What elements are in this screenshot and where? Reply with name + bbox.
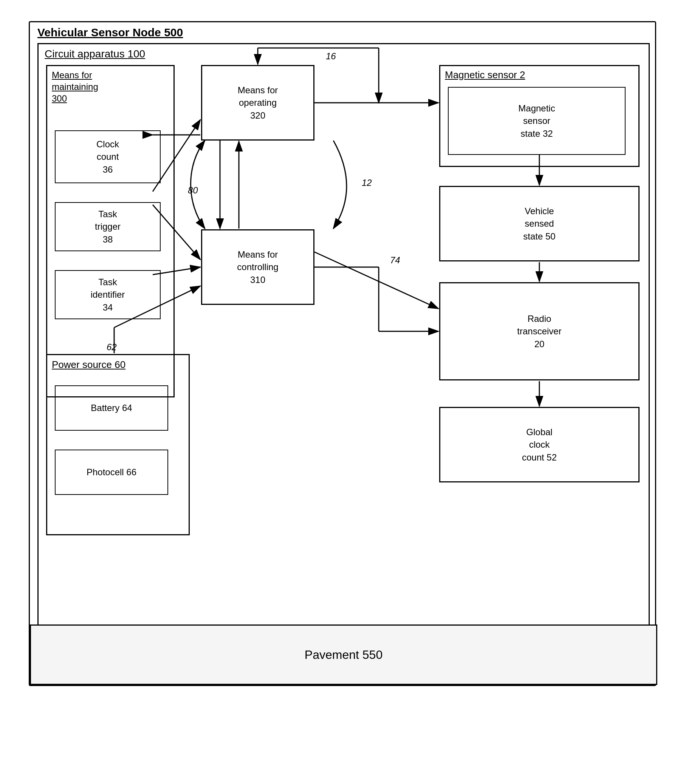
mfc-box: Means for controlling 310	[201, 229, 315, 305]
svg-text:80: 80	[188, 185, 198, 195]
svg-text:16: 16	[326, 51, 336, 61]
clock-count-box: Clock count 36	[55, 130, 161, 183]
svg-line-17	[315, 252, 438, 309]
svg-text:74: 74	[390, 255, 400, 265]
task-identifier-box: Task identifier 34	[55, 270, 161, 319]
ps-label: Power source 60	[52, 359, 125, 371]
photocell-box: Photocell 66	[55, 449, 168, 495]
mss-box: Magnetic sensor state 32	[448, 87, 625, 155]
rt-box: Radio transceiver 20	[439, 282, 640, 380]
ps-box: Power source 60 Battery 64 Photocell 66	[46, 354, 190, 535]
magnetic-sensor-label: Magnetic sensor 2	[445, 69, 525, 81]
battery-box: Battery 64	[55, 385, 168, 431]
gcc-box: Global clock count 52	[439, 407, 640, 483]
pavement-box: Pavement 550	[30, 624, 657, 685]
mfm-box: Means for maintaining 300 Clock count 36…	[46, 65, 175, 398]
mfm-label: Means for maintaining 300	[52, 69, 98, 105]
vsn-container: Vehicular Sensor Node 500 Circuit appara…	[29, 21, 656, 686]
mfo-box: Means for operating 320	[201, 65, 315, 141]
ca-container: Circuit apparatus 100 Means for maintain…	[37, 43, 650, 633]
pavement-label: Pavement 550	[305, 648, 383, 662]
magnetic-sensor-outer: Magnetic sensor 2 Magnetic sensor state …	[439, 65, 640, 167]
svg-text:12: 12	[362, 178, 372, 188]
task-trigger-box: Task trigger 38	[55, 202, 161, 251]
vsn-label: Vehicular Sensor Node 500	[37, 26, 183, 39]
vss-box: Vehicle sensed state 50	[439, 186, 640, 261]
ca-label: Circuit apparatus 100	[45, 48, 145, 60]
